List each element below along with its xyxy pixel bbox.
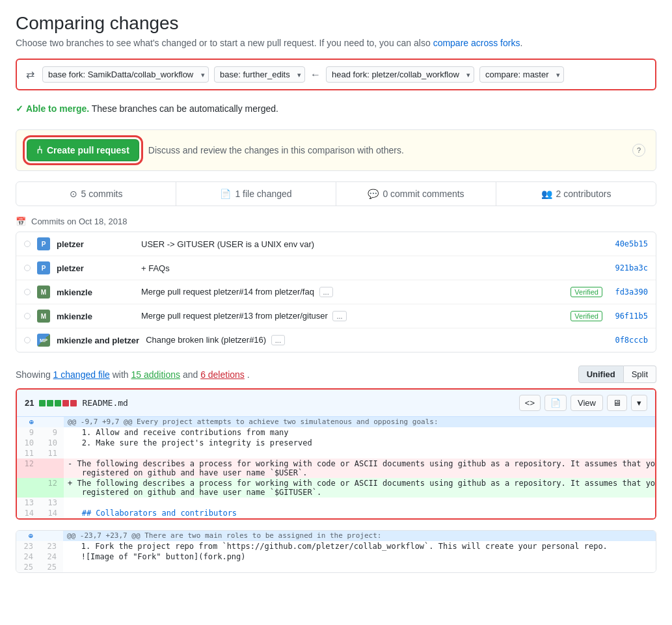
additions-link[interactable]: 15 additions: [131, 369, 180, 380]
stat-block-red2: [70, 400, 77, 406]
commit-dot: [24, 289, 31, 295]
commit-hash[interactable]: fd3a390: [609, 287, 648, 297]
avatar: P: [37, 261, 50, 274]
deletions-link[interactable]: 6 deletions: [200, 369, 245, 380]
display-button[interactable]: 🖥: [607, 395, 627, 411]
list-item: 13 13: [17, 498, 656, 508]
commit-hash[interactable]: 0f8cccb: [609, 336, 648, 345]
diff-text-end: .: [247, 369, 250, 380]
fork-selector-bar: ⇄ base fork: SamikDatta/collab_workflow …: [16, 59, 656, 90]
table-row: M mkienzle Merge pull request pletzer#14…: [16, 280, 656, 304]
view-button[interactable]: View: [571, 395, 603, 411]
tab-files-changed[interactable]: 📄 1 file changed: [176, 182, 336, 206]
diff-text-and: and: [183, 369, 200, 380]
avatar: M: [37, 286, 50, 299]
avatar: P: [37, 237, 50, 250]
file-stat-blocks: [39, 400, 77, 406]
code-view-button[interactable]: <>: [519, 395, 541, 411]
commit-message: Merge pull request pletzer#13 from pletz…: [141, 311, 564, 321]
diff-header-bar: Showing 1 changed file with 15 additions…: [16, 366, 656, 383]
page-title: Comparing changes: [16, 13, 656, 34]
stat-block-green2: [47, 400, 53, 406]
commit-hash[interactable]: 40e5b15: [609, 239, 648, 248]
tab-commits[interactable]: ⊙ 5 commits: [16, 182, 176, 206]
compare-branch-select[interactable]: compare: master: [479, 66, 564, 83]
page-subtitle: Choose two branches to see what's change…: [16, 38, 656, 48]
base-branch-select[interactable]: base: further_edits: [214, 66, 305, 83]
arrow-icon: ←: [310, 69, 321, 81]
more-button[interactable]: ▾: [631, 395, 647, 411]
commit-dot: [24, 313, 31, 319]
base-fork-select[interactable]: base fork: SamikDatta/collab_workflow: [42, 66, 209, 83]
commit-author[interactable]: pletzer: [57, 263, 135, 273]
stat-block-green3: [55, 400, 61, 406]
changed-file-link[interactable]: 1 changed file: [53, 369, 110, 380]
commit-message-badge[interactable]: ...: [271, 335, 285, 345]
file-name[interactable]: README.md: [82, 398, 128, 408]
list-item: 10 10 2. Make sure the project's integri…: [17, 438, 656, 448]
table-row: P pletzer + FAQs 921ba3c: [16, 256, 656, 280]
compare-forks-link[interactable]: compare across forks: [433, 38, 520, 48]
head-fork-select[interactable]: head fork: pletzer/collab_workflow: [326, 66, 474, 83]
commit-message: USER -> GITUSER (USER is a UNIX env var): [141, 239, 602, 249]
diff-hunk-header[interactable]: ⊕ @@ -9,7 +9,7 @@ Every project attempts…: [17, 417, 656, 427]
commits-tab-label: 5 commits: [81, 189, 123, 199]
commits-header: 📅 Commits on Oct 18, 2018: [16, 217, 656, 226]
commit-author[interactable]: mkienzle and pletzer: [57, 336, 139, 345]
create-pull-request-button[interactable]: ⑃ Create pull request: [27, 139, 139, 161]
merge-check-icon: ✓: [16, 103, 23, 114]
commit-author[interactable]: pletzer: [57, 239, 135, 249]
list-item: 25 25: [16, 562, 656, 572]
contributors-tab-label: 2 contributors: [556, 189, 612, 199]
files-tab-label: 1 file changed: [235, 189, 291, 199]
file-diff-block: 21 README.md <> 📄 View 🖥 ▾ ⊕ @@ -9,7 +9,…: [16, 388, 656, 520]
contributors-tab-icon: 👥: [541, 189, 552, 199]
stat-block-red: [62, 400, 69, 406]
diff-table-2: ⊕ @@ -23,7 +23,7 @@ There are two main r…: [16, 531, 656, 572]
comments-tab-icon: 💬: [368, 189, 379, 199]
commit-message-badge[interactable]: ...: [319, 287, 333, 297]
avatar: M: [37, 310, 50, 323]
commit-message-badge[interactable]: ...: [332, 311, 346, 321]
base-fork-wrapper[interactable]: base fork: SamikDatta/collab_workflow: [42, 66, 209, 83]
split-view-button[interactable]: Split: [624, 366, 656, 383]
unified-view-button[interactable]: Unified: [578, 366, 624, 383]
file-diff-header: 21 README.md <> 📄 View 🖥 ▾: [17, 390, 655, 417]
tab-contributors[interactable]: 👥 2 contributors: [496, 182, 656, 206]
compare-branch-wrapper[interactable]: compare: master: [479, 66, 564, 83]
commit-author[interactable]: mkienzle: [57, 287, 135, 297]
table-row: P pletzer USER -> GITUSER (USER is a UNI…: [16, 232, 656, 256]
diff-hunk-header-2[interactable]: ⊕ @@ -23,7 +23,7 @@ There are two main r…: [16, 531, 656, 541]
commit-message: Merge pull request pletzer#14 from pletz…: [141, 287, 564, 297]
file-view-button[interactable]: 📄: [544, 395, 567, 411]
commit-message: Change broken link (pletzer#16) ...: [146, 335, 602, 345]
merge-status: ✓ Able to merge. These branches can be a…: [16, 98, 656, 119]
verified-badge: Verified: [571, 287, 602, 297]
commit-dot: [24, 265, 31, 271]
list-item: 11 11: [17, 448, 656, 459]
commit-dot: [24, 241, 31, 247]
commit-author[interactable]: mkienzle: [57, 312, 135, 321]
stats-tabs: ⊙ 5 commits 📄 1 file changed 💬 0 commit …: [16, 181, 656, 206]
list-item: 12 + The following describes a process f…: [17, 478, 656, 498]
commits-tab-icon: ⊙: [70, 189, 77, 199]
list-item: 24 24 ![Image of "Fork" button](fork.png…: [16, 552, 656, 562]
commit-hash[interactable]: 96f11b5: [609, 312, 648, 321]
commits-date: Commits on Oct 18, 2018: [31, 217, 127, 226]
help-icon[interactable]: ?: [632, 144, 645, 157]
base-branch-wrapper[interactable]: base: further_edits: [214, 66, 305, 83]
list-item: 12 - The following describes a process f…: [17, 459, 656, 478]
file-diff-block-2: ⊕ @@ -23,7 +23,7 @@ There are two main r…: [16, 530, 656, 573]
diff-table: ⊕ @@ -9,7 +9,7 @@ Every project attempts…: [17, 417, 656, 518]
tab-commit-comments[interactable]: 💬 0 commit comments: [336, 182, 496, 206]
file-diff-toolbar: <> 📄 View 🖥 ▾: [519, 395, 647, 411]
commit-hash[interactable]: 921ba3c: [609, 263, 648, 273]
commit-list: P pletzer USER -> GITUSER (USER is a UNI…: [16, 232, 656, 352]
expand-icon: ⊕: [17, 417, 40, 427]
merge-rest-text: These branches can be automatically merg…: [92, 103, 278, 114]
avatar: MP: [37, 334, 50, 347]
table-row: M mkienzle Merge pull request pletzer#13…: [16, 304, 656, 328]
files-tab-icon: 📄: [220, 189, 231, 199]
head-fork-wrapper[interactable]: head fork: pletzer/collab_workflow: [326, 66, 474, 83]
file-stat-count: 21: [25, 398, 34, 408]
